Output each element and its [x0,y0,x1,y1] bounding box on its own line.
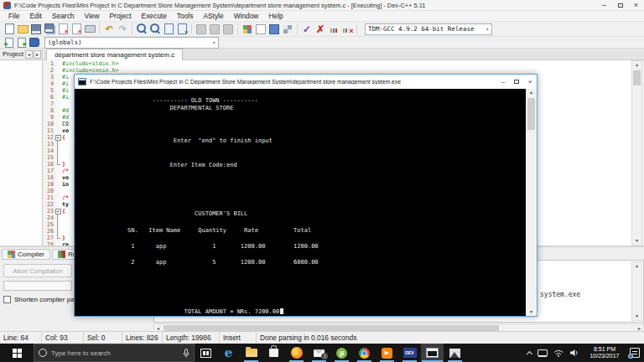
symbol-browser-select[interactable]: (globals)▾ [44,37,219,49]
fold-gutter [55,67,60,74]
scroll-right-icon[interactable]: ▸ [636,325,643,331]
line-number: 23 [44,208,55,215]
scroll-down-icon[interactable]: ▾ [636,313,638,320]
menu-search[interactable]: Search [47,12,80,20]
package-manager-icon[interactable] [282,23,294,35]
battery-icon[interactable] [538,349,548,356]
goto-function-icon[interactable] [176,23,189,35]
new-project-icon[interactable] [255,23,267,35]
tray-expand-button[interactable] [527,350,532,356]
scroll-up-icon[interactable]: ▴ [530,89,532,96]
fold-marker[interactable] [55,134,60,141]
nav-back-icon[interactable] [3,38,14,48]
taskbar-chrome[interactable] [353,344,376,362]
taskbar-clock[interactable]: 8:51 PM 10/23/2017 [585,346,624,359]
rebuild-all-icon[interactable] [242,23,254,35]
console-window[interactable]: F:\Code Projects Files\Mini Project in C… [74,74,538,317]
new-source-icon[interactable] [3,23,16,35]
run-icon[interactable] [209,23,221,35]
editor-scrollbar[interactable]: ▴ ▾ [631,60,642,246]
taskbar-media-player[interactable] [376,344,398,362]
taskbar-utorrent[interactable] [330,344,353,362]
screen: F:\Code Projects Files\Mini Project in C… [0,0,644,362]
console-line [78,186,526,194]
menu-file[interactable]: File [3,12,25,20]
taskbar-file-explorer[interactable] [240,344,262,362]
scroll-up-icon[interactable]: ▴ [636,61,638,69]
menu-view[interactable]: View [79,12,104,20]
close-file-icon[interactable] [57,23,70,35]
console-maximize-button[interactable] [510,76,523,88]
undo-icon[interactable] [103,23,116,35]
action-center-button[interactable] [630,348,640,358]
taskbar-mail[interactable]: 3 [308,344,330,362]
project-options-icon[interactable] [268,23,281,35]
project-panel[interactable] [0,60,43,246]
minimize-button[interactable]: – [596,0,612,10]
console-line: SN. Item Name Quantity Rate Total [78,227,526,235]
panel-tab-next-button[interactable]: ▸ [34,50,41,59]
syntax-check-icon[interactable] [301,23,314,35]
find-icon[interactable] [136,23,148,35]
menu-project[interactable]: Project [105,12,137,20]
volume-icon[interactable] [569,349,579,357]
print-icon[interactable] [84,23,96,35]
maximize-button[interactable] [612,0,628,10]
goto-line-icon[interactable] [163,23,175,35]
scroll-up-icon[interactable]: ▴ [636,262,638,270]
nav-forward-icon[interactable] [16,38,27,48]
close-all-icon[interactable] [70,23,83,35]
editor-tab[interactable]: department store management system.c [46,49,183,60]
hscrollbar-thumb[interactable] [164,325,499,331]
panel-tab-prev-button[interactable]: ◂ [25,50,33,59]
taskbar-devcpp[interactable] [398,344,421,362]
fold-marker[interactable] [55,208,60,215]
save-icon[interactable] [30,23,43,35]
menu-execute[interactable]: Execute [137,12,172,20]
scroll-down-icon[interactable]: ▾ [636,237,638,245]
replace-icon[interactable] [149,23,162,35]
taskbar-firefox[interactable] [285,344,308,362]
menu-tools[interactable]: Tools [172,12,199,20]
start-button[interactable] [0,344,34,362]
search-input[interactable] [51,349,183,357]
console-close-button[interactable]: × [523,76,537,88]
compiler-profile-select[interactable]: TDM-GCC 4.9.2 64-bit Release▾ [365,23,492,35]
taskbar-edge[interactable] [217,344,240,362]
console-app-icon [426,348,439,358]
taskbar-search[interactable] [34,344,195,362]
menu-window[interactable]: Window [229,12,264,20]
line-number: 18 [44,174,55,181]
delete-profiling-icon[interactable] [341,23,354,35]
menu-astyle[interactable]: AStyle [198,12,228,20]
console-minimize-button[interactable]: – [496,76,510,88]
scroll-down-icon[interactable]: ▾ [530,308,532,316]
close-button[interactable]: × [628,0,644,10]
taskbar-store[interactable] [262,344,285,362]
editor-scrollbar-thumb[interactable] [633,70,641,85]
class-browser-icon[interactable] [29,38,39,48]
abort-compilation-icon[interactable] [314,23,327,35]
scroll-left-icon[interactable]: ◂ [154,325,162,331]
compiler-log-scrollbar[interactable]: ▴ ▾ [631,261,642,321]
taskbar-console-app[interactable] [421,344,444,362]
compile-icon[interactable] [195,23,208,35]
taskbar-task-view[interactable] [195,344,217,362]
abort-compilation-button[interactable]: Abort Compilation [3,264,72,277]
save-all-icon[interactable] [44,23,56,35]
taskbar-photos[interactable] [444,344,466,362]
shorten-paths-checkbox[interactable] [3,296,11,303]
compile-run-icon[interactable] [222,23,235,35]
wifi-icon[interactable] [553,349,564,357]
resources-tab-icon [58,251,65,258]
editor-tab-strip: department store management system.c [44,49,644,60]
menu-edit[interactable]: Edit [25,12,47,20]
tab-compiler[interactable]: Compiler [2,249,50,260]
menu-help[interactable]: Help [263,12,288,20]
console-scrollbar-thumb[interactable] [527,98,535,130]
open-file-icon[interactable] [17,23,29,35]
profile-analysis-icon[interactable] [328,23,340,35]
console-scrollbar[interactable]: ▴ ▾ [526,89,537,316]
redo-icon[interactable] [117,23,129,35]
maximize-icon [514,80,519,84]
